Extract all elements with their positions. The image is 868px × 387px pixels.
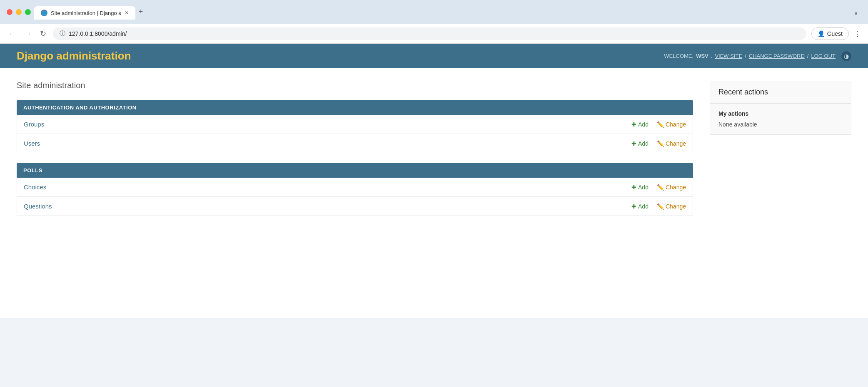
new-tab-button[interactable]: +	[135, 4, 147, 20]
back-button[interactable]: ←	[7, 28, 17, 40]
auth-module-title: AUTHENTICATION AND AUTHORIZATION	[23, 104, 137, 111]
forward-button[interactable]: →	[22, 28, 33, 40]
users-actions: ✚Add ✏️Change	[631, 140, 686, 147]
pencil-icon: ✏️	[657, 140, 664, 147]
none-available-text: None available	[718, 121, 843, 128]
recent-actions-panel: Recent actions My actions None available	[710, 81, 851, 135]
questions-add-link[interactable]: ✚Add	[631, 203, 649, 210]
reload-button[interactable]: ↻	[38, 27, 48, 40]
users-link[interactable]: Users	[24, 140, 631, 147]
django-header: Django administration WELCOME, WSV . VIE…	[0, 44, 868, 68]
sidebar: Recent actions My actions None available	[710, 81, 851, 305]
tab-expand-button[interactable]: ∨	[851, 6, 861, 20]
recent-actions-title: Recent actions	[710, 81, 851, 104]
questions-link[interactable]: Questions	[24, 203, 631, 210]
view-site-link[interactable]: VIEW SITE	[715, 53, 742, 59]
active-browser-tab[interactable]: 🌐 Site administration | Django s ✕	[34, 6, 135, 20]
add-icon: ✚	[631, 121, 636, 128]
polls-module-header: POLLS	[17, 163, 693, 178]
users-row: Users ✚Add ✏️Change	[17, 134, 693, 153]
page-title: Site administration	[17, 81, 693, 90]
address-url: 127.0.0.1:8000/admin/	[69, 30, 127, 37]
groups-actions: ✚Add ✏️Change	[631, 121, 686, 128]
minimize-window-button[interactable]	[16, 9, 22, 15]
browser-menu-button[interactable]: ⋮	[854, 29, 861, 38]
username-label: WSV	[696, 53, 708, 59]
log-out-link[interactable]: LOG OUT	[811, 53, 836, 59]
profile-button[interactable]: 👤 Guest	[811, 27, 849, 40]
my-actions-label: My actions	[718, 110, 843, 117]
browser-traffic-lights: 🌐 Site administration | Django s ✕ + ∨	[7, 4, 861, 20]
address-bar[interactable]: ⓘ 127.0.0.1:8000/admin/	[53, 27, 806, 40]
main-content: Site administration AUTHENTICATION AND A…	[17, 81, 693, 305]
separator-1: .	[711, 53, 713, 59]
header-nav: WELCOME, WSV . VIEW SITE / CHANGE PASSWO…	[664, 51, 851, 61]
maximize-window-button[interactable]	[25, 9, 31, 15]
theme-toggle-button[interactable]: ◑	[841, 51, 851, 61]
welcome-text: WELCOME,	[664, 53, 693, 59]
groups-link[interactable]: Groups	[24, 121, 631, 128]
browser-toolbar: ← → ↻ ⓘ 127.0.0.1:8000/admin/ 👤 Guest ⋮	[0, 24, 868, 44]
separator-2: /	[745, 53, 746, 59]
groups-change-link[interactable]: ✏️Change	[657, 121, 686, 128]
change-password-link[interactable]: CHANGE PASSWORD	[749, 53, 805, 59]
polls-module-section: POLLS Choices ✚Add ✏️Change Questions	[17, 163, 693, 216]
add-icon: ✚	[631, 203, 636, 210]
tab-title: Site administration | Django s	[51, 10, 121, 16]
auth-module-section: AUTHENTICATION AND AUTHORIZATION Groups …	[17, 100, 693, 153]
tab-close-button[interactable]: ✕	[125, 10, 129, 16]
choices-actions: ✚Add ✏️Change	[631, 184, 686, 191]
groups-add-link[interactable]: ✚Add	[631, 121, 649, 128]
choices-change-link[interactable]: ✏️Change	[657, 184, 686, 191]
pencil-icon: ✏️	[657, 203, 664, 210]
secure-icon: ⓘ	[60, 30, 65, 37]
choices-link[interactable]: Choices	[24, 184, 631, 191]
browser-chrome: 🌐 Site administration | Django s ✕ + ∨	[0, 0, 868, 24]
recent-actions-body: My actions None available	[710, 104, 851, 134]
choices-row: Choices ✚Add ✏️Change	[17, 178, 693, 197]
profile-label: Guest	[827, 30, 843, 37]
pencil-icon: ✏️	[657, 121, 664, 128]
close-window-button[interactable]	[7, 9, 12, 15]
groups-row: Groups ✚Add ✏️Change	[17, 115, 693, 134]
add-icon: ✚	[631, 140, 636, 147]
questions-row: Questions ✚Add ✏️Change	[17, 197, 693, 216]
questions-actions: ✚Add ✏️Change	[631, 203, 686, 210]
pencil-icon: ✏️	[657, 184, 664, 191]
profile-icon: 👤	[818, 30, 825, 37]
django-content: Site administration AUTHENTICATION AND A…	[0, 68, 868, 318]
polls-module-title: POLLS	[23, 167, 42, 174]
questions-change-link[interactable]: ✏️Change	[657, 203, 686, 210]
django-admin-title: Django administration	[17, 50, 131, 62]
users-change-link[interactable]: ✏️Change	[657, 140, 686, 147]
users-add-link[interactable]: ✚Add	[631, 140, 649, 147]
tab-favicon-icon: 🌐	[41, 10, 47, 16]
auth-module-header: AUTHENTICATION AND AUTHORIZATION	[17, 100, 693, 115]
add-icon: ✚	[631, 184, 636, 191]
choices-add-link[interactable]: ✚Add	[631, 184, 649, 191]
separator-3: /	[807, 53, 809, 59]
